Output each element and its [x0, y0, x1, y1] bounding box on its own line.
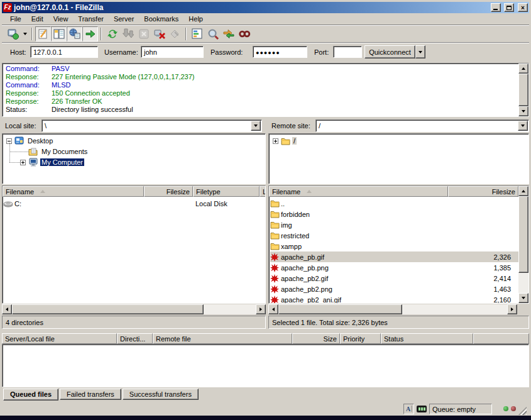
remote-vscroll-thumb[interactable] — [518, 196, 528, 273]
file-row-forbidden[interactable]: forbidden — [270, 209, 518, 219]
local-hscrollbar[interactable] — [2, 304, 266, 314]
tab-successful-transfers[interactable]: Successful transfers — [123, 389, 199, 400]
app-icon[interactable]: Fz — [3, 3, 12, 12]
refresh-button[interactable] — [104, 26, 120, 41]
toggle-queue-button[interactable] — [82, 26, 98, 41]
remote-scroll-right[interactable] — [507, 304, 517, 314]
queue-column-priority[interactable]: Priority — [340, 333, 381, 344]
remote-site-combo[interactable]: / — [315, 119, 529, 132]
log-text: 227 Entering Passive Mode (127,0,0,1,17,… — [52, 73, 194, 81]
queue-column-size[interactable]: Size — [292, 333, 340, 344]
file-icon-wrap — [270, 242, 281, 250]
site-manager-button[interactable] — [5, 26, 21, 41]
remote-hscroll-thumb[interactable] — [278, 304, 402, 314]
menu-item-view[interactable]: View — [48, 14, 74, 24]
folder-icon — [270, 199, 280, 207]
menu-item-server[interactable]: Server — [109, 14, 139, 24]
tree-connector — [9, 162, 20, 163]
queue-column-directi-[interactable]: Directi... — [117, 333, 153, 344]
local-scroll-right[interactable] — [256, 304, 266, 314]
close-button[interactable]: × — [518, 3, 528, 12]
disconnect-button[interactable] — [151, 26, 167, 41]
toggle-local-tree-button[interactable] — [51, 26, 67, 41]
queue-column-remote-file[interactable]: Remote file — [153, 333, 292, 344]
column-header-filename[interactable]: Filename — [269, 186, 448, 197]
file-row--[interactable]: .. — [270, 198, 518, 209]
file-row-xampp[interactable]: xampp — [270, 241, 518, 251]
menu-item-edit[interactable]: Edit — [26, 14, 48, 24]
file-row-img[interactable]: img — [270, 219, 518, 230]
tab-failed-transfers[interactable]: Failed transfers — [60, 389, 121, 400]
remote-site-dropdown[interactable] — [518, 121, 528, 131]
column-header-l[interactable]: L — [260, 186, 266, 197]
menu-item-help[interactable]: Help — [183, 14, 208, 24]
remote-scroll-down[interactable] — [518, 293, 528, 303]
toggle-remote-tree-button[interactable] — [67, 26, 82, 41]
password-input[interactable]: ●●●●●● — [253, 46, 307, 58]
menu-item-transfer[interactable]: Transfer — [73, 14, 109, 24]
tab-queued-files[interactable]: Queued files — [3, 389, 58, 401]
quickconnect-dropdown[interactable] — [415, 45, 425, 58]
column-header-filesize[interactable]: Filesize — [448, 186, 518, 197]
message-log: Command:PASVResponse:227 Entering Passiv… — [2, 63, 529, 117]
local-site-dropdown[interactable] — [251, 121, 261, 131]
file-row-restricted[interactable]: restricted — [270, 230, 518, 241]
tree-label[interactable]: My Documents — [40, 148, 89, 155]
tree-item-desktop[interactable]: Desktop — [6, 136, 54, 146]
tree-item-my-documents[interactable]: My Documents — [20, 146, 89, 157]
local-file-list: FilenameFilesizeFiletypeLC:Local Disk — [2, 185, 266, 304]
process-queue-button[interactable] — [120, 26, 136, 41]
computer-icon — [28, 158, 38, 167]
tree-expander[interactable] — [273, 138, 278, 144]
column-header-filesize[interactable]: Filesize — [144, 186, 193, 197]
file-row-apache-pb-png[interactable]: apache_pb.png1,385 — [270, 262, 518, 273]
file-row-apache-pb-gif[interactable]: apache_pb.gif2,326 — [270, 251, 518, 262]
username-input[interactable]: john — [141, 46, 204, 58]
minimize-button[interactable] — [491, 3, 501, 12]
tree-label[interactable]: Desktop — [26, 137, 54, 145]
queue-column-server-local-file[interactable]: Server/Local file — [2, 333, 117, 344]
site-manager-dropdown[interactable] — [21, 26, 29, 41]
column-header-filetype[interactable]: Filetype — [193, 186, 260, 197]
tree-item-my-computer[interactable]: My Computer — [20, 157, 84, 167]
local-scroll-left[interactable] — [2, 304, 12, 314]
host-input[interactable]: 127.0.0.1 — [30, 46, 98, 58]
menu-item-file[interactable]: File — [5, 14, 26, 24]
port-input[interactable] — [333, 46, 362, 58]
queue-column-status[interactable]: Status — [381, 333, 473, 344]
resize-grip[interactable] — [518, 407, 527, 415]
toggle-log-button[interactable] — [35, 26, 51, 41]
log-scroll-thumb[interactable] — [518, 74, 528, 106]
local-site-combo[interactable]: \ — [41, 119, 262, 132]
tree-expander[interactable] — [20, 160, 26, 165]
column-header-filename[interactable]: Filename — [3, 186, 144, 197]
local-hscroll-thumb[interactable] — [12, 304, 204, 314]
queue-list[interactable] — [2, 344, 529, 387]
tree-label[interactable]: / — [292, 137, 297, 145]
local-tree: DesktopMy DocumentsMy Computer — [2, 133, 266, 184]
menu-item-bookmarks[interactable]: Bookmarks — [139, 14, 183, 24]
file-row-apache-pb2-png[interactable]: apache_pb2.png1,463 — [270, 284, 518, 294]
remote-hscrollbar[interactable] — [268, 304, 517, 314]
reconnect-button[interactable] — [167, 26, 183, 41]
log-scroll-down[interactable] — [518, 106, 528, 116]
log-scroll-up[interactable] — [518, 64, 528, 74]
file-row-apache-pb2-ani-gif[interactable]: apache_pb2_ani.gif2,160 — [270, 294, 518, 304]
quickconnect-button[interactable]: Quickconnect — [364, 45, 415, 58]
tree-label[interactable]: My Computer — [40, 158, 84, 166]
tree-item--[interactable]: / — [273, 136, 297, 146]
remote-scroll-left[interactable] — [268, 304, 278, 314]
find-files-button[interactable] — [236, 26, 252, 41]
cell-filesize: 2,160 — [448, 296, 516, 304]
maximize-button[interactable] — [504, 3, 514, 12]
filter-button[interactable] — [189, 26, 205, 41]
file-icon-wrap — [270, 210, 281, 218]
synchronized-browsing-button[interactable] — [221, 26, 236, 41]
file-row-c-[interactable]: C:Local Disk — [4, 198, 264, 209]
directory-comparison-button[interactable] — [205, 26, 221, 41]
cancel-button[interactable] — [136, 26, 151, 41]
remote-scroll-up[interactable] — [518, 186, 528, 196]
file-icon-wrap — [270, 231, 281, 240]
file-row-apache-pb2-gif[interactable]: apache_pb2.gif2,414 — [270, 273, 518, 284]
title-bar[interactable]: Fz john@127.0.0.1 - FileZilla × — [2, 2, 529, 13]
